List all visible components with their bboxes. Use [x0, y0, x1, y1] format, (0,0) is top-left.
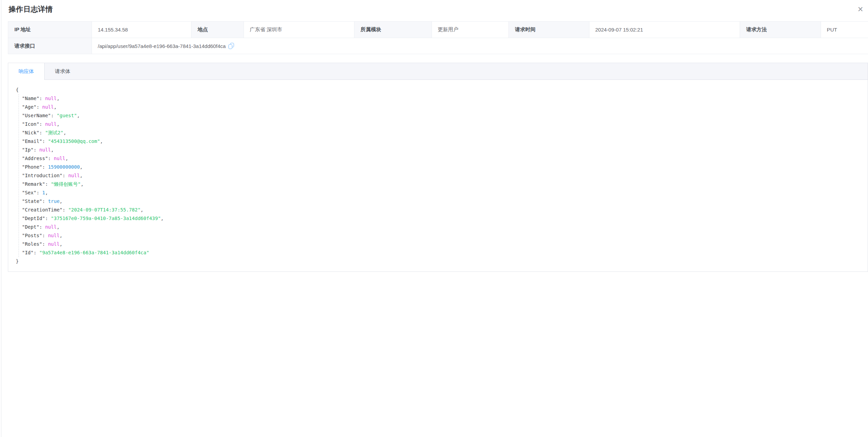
json-line: "DeptId": "375167e0-759a-0410-7a85-3a14d… — [22, 214, 861, 223]
json-line: "Icon": null, — [22, 120, 861, 129]
json-line: "Introduction": null, — [22, 171, 861, 180]
dialog-title: 操作日志详情 — [9, 4, 53, 14]
detail-value-location: 广东省 深圳市 — [244, 21, 354, 38]
detail-value-ip: 14.155.34.58 — [92, 21, 191, 38]
json-line: "Id": "9a57a4e8-e196-663a-7841-3a14dd60f… — [22, 248, 861, 257]
json-line: "Name": null, — [22, 94, 861, 103]
detail-label-module: 所属模块 — [354, 21, 432, 38]
page-edge-divider — [1, 0, 1, 437]
details-row-1: IP 地址 14.155.34.58 地点 广东省 深圳市 所属模块 更新用户 … — [8, 21, 868, 38]
json-viewer: { "Name": null,"Age": null,"UserName": "… — [8, 80, 868, 269]
details-row-2: 请求接口 /api/app/user/9a57a4e8-e196-663a-78… — [8, 38, 868, 54]
json-line: "Dept": null, — [22, 223, 861, 231]
detail-label-location: 地点 — [191, 21, 244, 38]
json-open-brace: { — [16, 86, 861, 94]
detail-value-request-time: 2024-09-07 15:02:21 — [589, 21, 740, 38]
json-line: "Age": null, — [22, 103, 861, 111]
detail-value-request-api: /api/app/user/9a57a4e8-e196-663a-7841-3a… — [92, 38, 868, 54]
json-line: "Remark": "懒得创账号", — [22, 180, 861, 189]
body-tabs-card: 响应体 请求体 { "Name": null,"Age": null,"User… — [8, 63, 868, 272]
json-line: "Phone": 15900000000, — [22, 163, 861, 171]
json-line: "Posts": null, — [22, 231, 861, 240]
json-line: "UserName": "guest", — [22, 111, 861, 120]
tabs-bar: 响应体 请求体 — [8, 63, 868, 80]
json-line: "Email": "454313500@qq.com", — [22, 137, 861, 146]
log-details-table: IP 地址 14.155.34.58 地点 广东省 深圳市 所属模块 更新用户 … — [8, 21, 868, 54]
detail-value-module: 更新用户 — [432, 21, 508, 38]
json-line: "State": true, — [22, 197, 861, 206]
json-line: "Nick": "测试2", — [22, 129, 861, 137]
tab-response-body[interactable]: 响应体 — [8, 63, 45, 80]
json-line: "CreationTime": "2024-09-07T14:37:55.782… — [22, 206, 861, 214]
json-line: "Sex": 1, — [22, 189, 861, 197]
tab-request-body[interactable]: 请求体 — [45, 63, 81, 80]
json-line: "Ip": null, — [22, 146, 861, 154]
json-entries: "Name": null,"Age": null,"UserName": "gu… — [19, 94, 861, 257]
detail-value-request-method: PUT — [821, 21, 868, 38]
json-line: "Roles": null, — [22, 240, 861, 248]
json-line: "Address": null, — [22, 154, 861, 163]
json-close-brace: } — [16, 257, 861, 266]
detail-label-request-time: 请求时间 — [508, 21, 589, 38]
detail-label-request-api: 请求接口 — [8, 38, 92, 54]
request-api-path: /api/app/user/9a57a4e8-e196-663a-7841-3a… — [98, 43, 226, 49]
copy-icon[interactable] — [228, 43, 234, 49]
detail-label-ip: IP 地址 — [8, 21, 92, 38]
close-icon[interactable]: × — [855, 4, 866, 15]
detail-label-request-method: 请求方法 — [740, 21, 821, 38]
